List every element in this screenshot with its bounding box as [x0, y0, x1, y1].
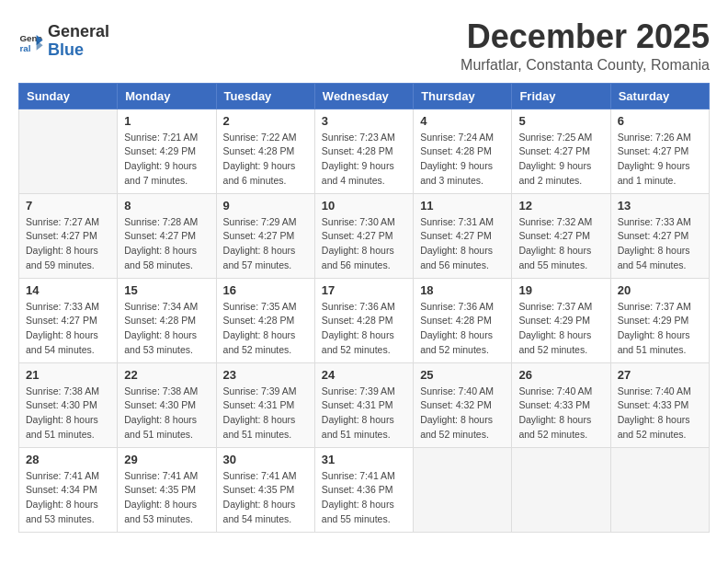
calendar-cell: 22Sunrise: 7:38 AMSunset: 4:30 PMDayligh… [118, 362, 216, 447]
day-number: 23 [223, 368, 308, 382]
day-number: 31 [322, 453, 406, 466]
calendar-cell: 28Sunrise: 7:41 AMSunset: 4:34 PMDayligh… [19, 447, 118, 532]
day-info: Sunrise: 7:40 AMSunset: 4:33 PMDaylight:… [618, 385, 702, 442]
day-number: 26 [518, 368, 603, 382]
day-number: 10 [322, 199, 406, 213]
calendar-row: 7Sunrise: 7:27 AMSunset: 4:27 PMDaylight… [19, 193, 710, 278]
day-info: Sunrise: 7:40 AMSunset: 4:33 PMDaylight:… [518, 385, 603, 442]
calendar-cell: 15Sunrise: 7:34 AMSunset: 4:28 PMDayligh… [118, 278, 216, 362]
calendar-row: 21Sunrise: 7:38 AMSunset: 4:30 PMDayligh… [19, 362, 710, 447]
calendar-cell: 2Sunrise: 7:22 AMSunset: 4:28 PMDaylight… [216, 109, 314, 193]
calendar-cell: 31Sunrise: 7:41 AMSunset: 4:36 PMDayligh… [314, 447, 413, 532]
day-info: Sunrise: 7:38 AMSunset: 4:30 PMDaylight:… [26, 385, 110, 442]
day-info: Sunrise: 7:41 AMSunset: 4:34 PMDaylight:… [26, 469, 110, 527]
day-number: 9 [223, 199, 308, 213]
day-info: Sunrise: 7:31 AMSunset: 4:27 PMDaylight:… [420, 215, 505, 273]
day-number: 21 [26, 368, 110, 382]
calendar-cell: 10Sunrise: 7:30 AMSunset: 4:27 PMDayligh… [314, 193, 413, 278]
day-info: Sunrise: 7:28 AMSunset: 4:27 PMDaylight:… [124, 215, 209, 273]
calendar-cell: 25Sunrise: 7:40 AMSunset: 4:32 PMDayligh… [414, 362, 512, 447]
day-number: 15 [124, 283, 209, 297]
calendar-cell: 26Sunrise: 7:40 AMSunset: 4:33 PMDayligh… [512, 362, 610, 447]
calendar-cell: 23Sunrise: 7:39 AMSunset: 4:31 PMDayligh… [216, 362, 314, 447]
day-info: Sunrise: 7:36 AMSunset: 4:28 PMDaylight:… [322, 300, 406, 358]
day-info: Sunrise: 7:36 AMSunset: 4:28 PMDaylight:… [420, 300, 505, 358]
calendar-cell: 11Sunrise: 7:31 AMSunset: 4:27 PMDayligh… [414, 193, 512, 278]
day-info: Sunrise: 7:38 AMSunset: 4:30 PMDaylight:… [124, 385, 209, 442]
day-number: 27 [618, 368, 702, 382]
calendar-cell: 13Sunrise: 7:33 AMSunset: 4:27 PMDayligh… [610, 193, 709, 278]
day-info: Sunrise: 7:37 AMSunset: 4:29 PMDaylight:… [618, 300, 702, 358]
calendar-row: 1Sunrise: 7:21 AMSunset: 4:29 PMDaylight… [19, 109, 710, 193]
calendar-header-row: SundayMondayTuesdayWednesdayThursdayFrid… [19, 83, 710, 109]
calendar-cell: 19Sunrise: 7:37 AMSunset: 4:29 PMDayligh… [512, 278, 610, 362]
day-info: Sunrise: 7:33 AMSunset: 4:27 PMDaylight:… [618, 215, 702, 273]
day-number: 12 [518, 199, 603, 213]
day-info: Sunrise: 7:40 AMSunset: 4:32 PMDaylight:… [420, 385, 505, 442]
svg-text:ral: ral [19, 42, 30, 52]
calendar-cell: 30Sunrise: 7:41 AMSunset: 4:35 PMDayligh… [216, 447, 314, 532]
day-number: 14 [26, 283, 110, 297]
calendar-cell: 8Sunrise: 7:28 AMSunset: 4:27 PMDaylight… [118, 193, 216, 278]
weekday-header-tuesday: Tuesday [216, 83, 314, 109]
calendar-cell: 16Sunrise: 7:35 AMSunset: 4:28 PMDayligh… [216, 278, 314, 362]
day-info: Sunrise: 7:29 AMSunset: 4:27 PMDaylight:… [223, 215, 308, 273]
day-info: Sunrise: 7:37 AMSunset: 4:29 PMDaylight:… [518, 300, 603, 358]
calendar-cell: 27Sunrise: 7:40 AMSunset: 4:33 PMDayligh… [610, 362, 709, 447]
day-info: Sunrise: 7:39 AMSunset: 4:31 PMDaylight:… [223, 385, 308, 442]
weekday-header-monday: Monday [118, 83, 216, 109]
calendar-cell: 7Sunrise: 7:27 AMSunset: 4:27 PMDaylight… [19, 193, 118, 278]
day-number: 20 [618, 283, 702, 297]
calendar-cell: 21Sunrise: 7:38 AMSunset: 4:30 PMDayligh… [19, 362, 118, 447]
weekday-header-thursday: Thursday [414, 83, 512, 109]
day-info: Sunrise: 7:39 AMSunset: 4:31 PMDaylight:… [322, 385, 406, 442]
calendar-cell [610, 447, 709, 532]
title-area: December 2025 Murfatlar, Constanta Count… [461, 18, 710, 74]
day-number: 17 [322, 283, 406, 297]
day-info: Sunrise: 7:24 AMSunset: 4:28 PMDaylight:… [420, 131, 505, 189]
logo-icon: Gene ral [18, 29, 44, 54]
day-number: 22 [124, 368, 209, 382]
calendar-cell: 9Sunrise: 7:29 AMSunset: 4:27 PMDaylight… [216, 193, 314, 278]
weekday-header-saturday: Saturday [610, 83, 709, 109]
day-info: Sunrise: 7:30 AMSunset: 4:27 PMDaylight:… [322, 215, 406, 273]
day-info: Sunrise: 7:27 AMSunset: 4:27 PMDaylight:… [26, 215, 110, 273]
day-number: 18 [420, 283, 505, 297]
calendar-cell: 1Sunrise: 7:21 AMSunset: 4:29 PMDaylight… [118, 109, 216, 193]
day-number: 7 [26, 199, 110, 213]
calendar-cell: 3Sunrise: 7:23 AMSunset: 4:28 PMDaylight… [314, 109, 413, 193]
day-number: 24 [322, 368, 406, 382]
calendar-cell: 20Sunrise: 7:37 AMSunset: 4:29 PMDayligh… [610, 278, 709, 362]
day-number: 13 [618, 199, 702, 213]
day-info: Sunrise: 7:21 AMSunset: 4:29 PMDaylight:… [124, 131, 209, 189]
day-info: Sunrise: 7:41 AMSunset: 4:36 PMDaylight:… [322, 469, 406, 527]
day-info: Sunrise: 7:22 AMSunset: 4:28 PMDaylight:… [223, 131, 308, 189]
day-info: Sunrise: 7:32 AMSunset: 4:27 PMDaylight:… [518, 215, 603, 273]
calendar-row: 28Sunrise: 7:41 AMSunset: 4:34 PMDayligh… [19, 447, 710, 532]
page-header: Gene ral General Blue December 2025 Murf… [18, 18, 710, 74]
logo-text: General Blue [48, 23, 109, 60]
day-number: 25 [420, 368, 505, 382]
day-number: 28 [26, 453, 110, 466]
month-title: December 2025 [461, 18, 710, 55]
day-number: 3 [322, 114, 406, 128]
day-info: Sunrise: 7:23 AMSunset: 4:28 PMDaylight:… [322, 131, 406, 189]
calendar-table: SundayMondayTuesdayWednesdayThursdayFrid… [18, 83, 710, 533]
weekday-header-friday: Friday [512, 83, 610, 109]
day-number: 8 [124, 199, 209, 213]
day-number: 4 [420, 114, 505, 128]
calendar-cell: 29Sunrise: 7:41 AMSunset: 4:35 PMDayligh… [118, 447, 216, 532]
calendar-cell: 4Sunrise: 7:24 AMSunset: 4:28 PMDaylight… [414, 109, 512, 193]
day-number: 6 [618, 114, 702, 128]
day-info: Sunrise: 7:26 AMSunset: 4:27 PMDaylight:… [618, 131, 702, 189]
weekday-header-wednesday: Wednesday [314, 83, 413, 109]
calendar-cell: 17Sunrise: 7:36 AMSunset: 4:28 PMDayligh… [314, 278, 413, 362]
calendar-cell [19, 109, 118, 193]
calendar-cell: 24Sunrise: 7:39 AMSunset: 4:31 PMDayligh… [314, 362, 413, 447]
day-number: 30 [223, 453, 308, 466]
calendar-cell: 18Sunrise: 7:36 AMSunset: 4:28 PMDayligh… [414, 278, 512, 362]
day-info: Sunrise: 7:33 AMSunset: 4:27 PMDaylight:… [26, 300, 110, 358]
day-info: Sunrise: 7:25 AMSunset: 4:27 PMDaylight:… [518, 131, 603, 189]
day-info: Sunrise: 7:41 AMSunset: 4:35 PMDaylight:… [124, 469, 209, 527]
day-number: 1 [124, 114, 209, 128]
